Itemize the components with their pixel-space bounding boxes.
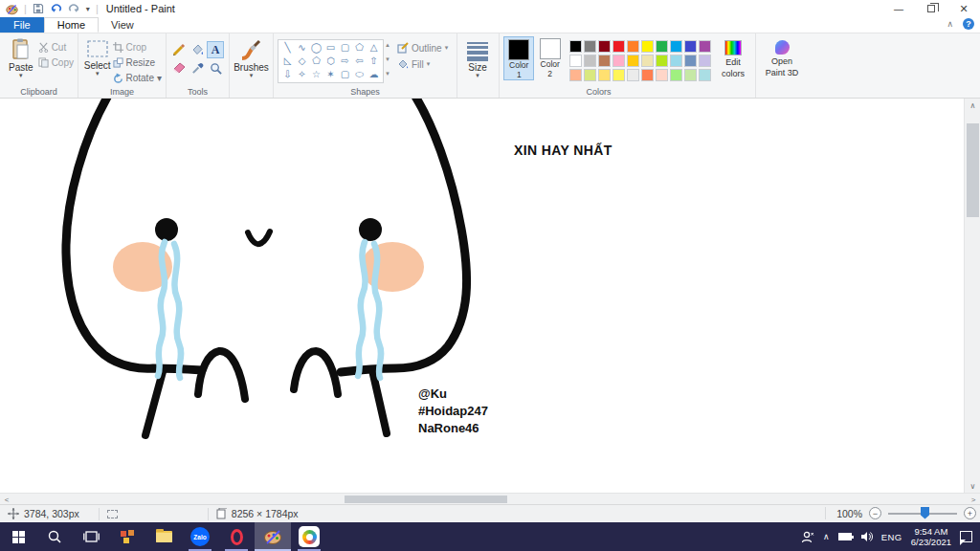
shape-2[interactable]: ◯ (309, 41, 323, 55)
palette-swatch-14[interactable] (627, 55, 639, 67)
palette-swatch-23[interactable] (612, 69, 625, 81)
palette-swatch-12[interactable] (598, 55, 611, 67)
tab-view[interactable]: View (99, 17, 146, 33)
shape-16[interactable]: ☆ (309, 68, 323, 81)
shape-18[interactable]: ▢ (338, 68, 352, 81)
magnifier-tool[interactable] (207, 59, 224, 77)
palette-swatch-6[interactable] (656, 40, 668, 53)
tray-expand-icon[interactable]: ∧ (823, 532, 830, 541)
shape-7[interactable]: ◺ (280, 55, 295, 68)
taskbar-app-tiles[interactable] (109, 522, 145, 551)
fill-tool[interactable] (189, 41, 206, 58)
outline-button[interactable]: Outline▾ (397, 42, 448, 54)
save-button[interactable] (33, 3, 44, 14)
tab-file[interactable]: File (0, 17, 44, 33)
select-button[interactable]: Select▾ (82, 36, 113, 76)
shape-9[interactable]: ⬠ (309, 55, 323, 68)
shapes-scroll-down[interactable]: ▼ (385, 56, 390, 62)
palette-swatch-21[interactable] (584, 69, 596, 81)
paint-app-icon[interactable] (6, 3, 18, 15)
horizontal-scroll-thumb[interactable] (345, 496, 507, 503)
coccoc-button[interactable] (291, 522, 327, 551)
palette-swatch-27[interactable] (670, 69, 682, 81)
palette-swatch-28[interactable] (684, 69, 697, 81)
palette-swatch-15[interactable] (641, 55, 654, 67)
palette-swatch-1[interactable] (584, 40, 596, 53)
people-icon[interactable] (801, 531, 814, 543)
task-view-button[interactable] (73, 522, 109, 551)
close-button[interactable]: ✕ (947, 0, 980, 17)
shape-13[interactable]: ⇧ (367, 55, 381, 68)
tab-home[interactable]: Home (44, 17, 99, 33)
shape-6[interactable]: △ (367, 41, 381, 55)
edit-colors-button[interactable]: Editcolors (715, 36, 751, 78)
rotate-button[interactable]: Rotate▾ (113, 71, 163, 84)
shape-8[interactable]: ◇ (295, 55, 309, 68)
shapes-scroll-up[interactable]: ▲ (385, 42, 390, 48)
copy-button[interactable]: Copy (38, 55, 74, 69)
shape-0[interactable]: ╲ (280, 41, 295, 55)
palette-swatch-2[interactable] (598, 40, 611, 53)
shape-4[interactable]: ▢ (338, 41, 352, 55)
shape-5[interactable]: ⬠ (352, 41, 367, 55)
language-indicator[interactable]: ENG (881, 532, 902, 542)
restore-button[interactable] (915, 0, 947, 17)
palette-swatch-26[interactable] (656, 69, 668, 81)
taskbar-clock[interactable]: 9:54 AM 6/23/2021 (911, 526, 951, 547)
palette-swatch-4[interactable] (627, 40, 639, 53)
undo-button[interactable] (50, 3, 62, 14)
color1-button[interactable]: Color1 (503, 36, 534, 80)
palette-swatch-9[interactable] (699, 40, 711, 53)
palette-swatch-29[interactable] (699, 69, 711, 81)
text-tool[interactable]: A (207, 41, 224, 58)
battery-icon[interactable] (838, 533, 852, 540)
shape-1[interactable]: ∿ (295, 41, 309, 55)
palette-swatch-8[interactable] (684, 40, 697, 53)
color2-button[interactable]: Color2 (534, 36, 565, 78)
cut-button[interactable]: Cut (38, 40, 74, 54)
zoom-slider[interactable] (888, 513, 957, 515)
palette-swatch-13[interactable] (612, 55, 625, 67)
zoom-slider-thumb[interactable] (921, 507, 929, 519)
eraser-tool[interactable] (170, 59, 188, 77)
palette-swatch-25[interactable] (641, 69, 654, 81)
pencil-tool[interactable] (170, 41, 188, 58)
zalo-button[interactable]: Zalo (182, 522, 218, 551)
palette-swatch-18[interactable] (684, 55, 697, 67)
resize-button[interactable]: Resize (113, 55, 163, 69)
palette-swatch-24[interactable] (627, 69, 639, 81)
palette-swatch-0[interactable] (569, 40, 582, 53)
collapse-ribbon-icon[interactable]: ∧ (947, 19, 953, 29)
palette-swatch-19[interactable] (699, 55, 711, 67)
shapes-expand[interactable]: ▼ (385, 71, 390, 77)
shape-14[interactable]: ⇩ (280, 68, 295, 81)
qat-customize-button[interactable]: ▾ (86, 5, 90, 13)
horizontal-scrollbar[interactable]: < > (0, 493, 980, 504)
palette-swatch-16[interactable] (656, 55, 668, 67)
start-button[interactable] (0, 522, 36, 551)
palette-swatch-10[interactable] (569, 55, 582, 67)
paste-button[interactable]: Paste▾ (4, 36, 38, 77)
speaker-icon[interactable] (860, 531, 873, 542)
zoom-out-button[interactable]: − (869, 507, 881, 519)
zoom-in-button[interactable]: + (964, 507, 976, 519)
help-icon[interactable]: ? (963, 18, 974, 30)
taskbar-search-button[interactable] (36, 522, 73, 551)
scroll-down-arrow[interactable]: ∨ (965, 479, 980, 493)
brushes-button[interactable]: Brushes▾ (234, 36, 269, 77)
shape-15[interactable]: ✧ (295, 68, 309, 81)
scroll-up-arrow[interactable]: ∧ (965, 99, 980, 112)
crop-button[interactable]: Crop (113, 40, 163, 54)
palette-swatch-22[interactable] (598, 69, 611, 81)
size-button[interactable]: Size▾ (461, 36, 494, 77)
minimize-button[interactable]: — (882, 0, 915, 17)
shape-17[interactable]: ✶ (323, 68, 338, 81)
paint-taskbar-button[interactable] (255, 522, 291, 551)
shape-19[interactable]: ⬭ (352, 68, 367, 81)
vertical-scrollbar[interactable]: ∧ ∨ (964, 99, 980, 493)
palette-swatch-5[interactable] (641, 40, 654, 53)
shape-3[interactable]: ▭ (323, 41, 338, 55)
palette-swatch-17[interactable] (670, 55, 682, 67)
shape-10[interactable]: ⬡ (323, 55, 338, 68)
fill-button[interactable]: Fill▾ (397, 58, 448, 70)
